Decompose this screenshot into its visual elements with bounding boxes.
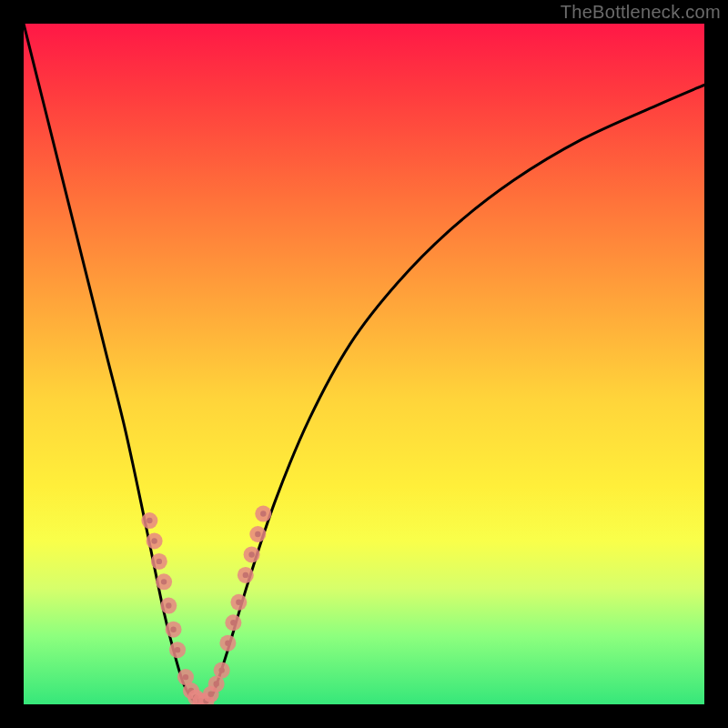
marker-dot xyxy=(141,512,157,529)
svg-point-39 xyxy=(244,546,260,562)
marker-dot xyxy=(214,662,230,679)
marker-dot xyxy=(230,594,247,611)
marker-dot xyxy=(147,532,163,549)
svg-point-37 xyxy=(238,567,254,583)
marker-dot xyxy=(156,573,172,590)
svg-point-43 xyxy=(255,506,271,522)
svg-point-9 xyxy=(160,598,177,614)
svg-point-29 xyxy=(214,662,230,679)
svg-point-35 xyxy=(230,594,247,611)
bottleneck-curve-svg xyxy=(24,24,704,704)
svg-point-5 xyxy=(151,553,167,570)
svg-point-33 xyxy=(225,614,241,631)
marker-dot xyxy=(249,526,266,542)
curve-group xyxy=(24,24,704,704)
marker-dot xyxy=(219,635,236,652)
svg-point-41 xyxy=(249,526,266,542)
marker-dot xyxy=(160,598,177,614)
bottleneck-curve-path xyxy=(24,24,704,704)
marker-dot xyxy=(238,567,254,583)
svg-point-11 xyxy=(166,622,182,638)
svg-point-31 xyxy=(219,635,236,652)
highlight-markers xyxy=(141,506,271,704)
marker-dot xyxy=(169,642,186,658)
svg-point-1 xyxy=(141,512,157,529)
svg-point-13 xyxy=(169,642,186,658)
watermark-text: TheBottleneck.com xyxy=(561,2,721,23)
svg-point-3 xyxy=(147,532,163,549)
marker-dot xyxy=(151,553,167,570)
marker-dot xyxy=(244,546,260,562)
marker-dot xyxy=(225,614,241,631)
marker-dot xyxy=(166,622,182,638)
svg-point-7 xyxy=(156,573,172,590)
marker-dot xyxy=(255,506,271,522)
chart-plot-area xyxy=(24,24,704,704)
